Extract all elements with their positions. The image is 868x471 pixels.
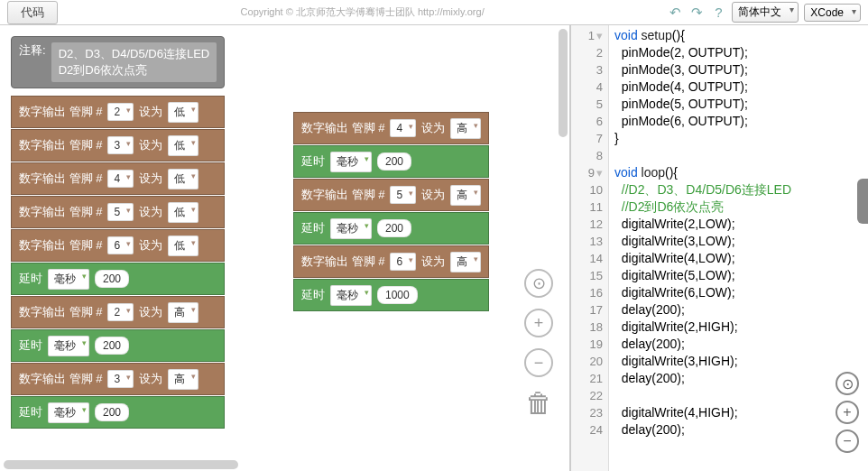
pin-dropdown[interactable]: 2 [107,103,134,121]
code-controls: ⊙ + − [836,372,859,453]
toolbar: 代码 Copyright © 北京师范大学傅骞博士团队 http://mixly… [0,0,868,25]
delay-value[interactable]: 1000 [377,286,418,304]
delay-value[interactable]: 200 [95,403,129,421]
collapse-tab[interactable] [857,179,868,224]
digital-output-block[interactable]: 数字输出 管脚 #5设为高 [293,179,489,211]
value-dropdown[interactable]: 低 [168,102,199,123]
zoom-out-icon[interactable]: − [836,429,859,453]
trash-icon[interactable]: 🗑 [525,388,552,420]
digital-output-block[interactable]: 数字输出 管脚 #6设为高 [293,245,489,278]
digital-output-block[interactable]: 数字输出 管脚 #2设为低 [11,96,225,128]
code-editor[interactable]: 1▾23456789▾10111213141516171819202122232… [571,25,868,471]
undo-icon[interactable]: ↶ [667,5,683,21]
code-text[interactable]: void setup(){ pinMode(2, OUTPUT); pinMod… [614,27,791,439]
digital-output-block[interactable]: 数字输出 管脚 #4设为低 [11,162,225,195]
copyright-text: Copyright © 北京师范大学傅骞博士团队 http://mixly.or… [65,5,660,19]
pin-dropdown[interactable]: 5 [390,186,416,204]
pin-dropdown[interactable]: 2 [107,303,134,321]
digital-output-block[interactable]: 数字输出 管脚 #2设为高 [11,296,225,328]
line-gutter: 1▾23456789▾10111213141516171819202122232… [571,25,609,471]
pin-dropdown[interactable]: 6 [107,236,134,254]
delay-value[interactable]: 200 [95,337,129,355]
pin-dropdown[interactable]: 4 [390,119,416,137]
delay-block[interactable]: 延时毫秒200 [11,263,225,295]
digital-output-block[interactable]: 数字输出 管脚 #3设为低 [11,129,225,162]
delay-block[interactable]: 延时毫秒1000 [293,279,489,311]
zoom-in-icon[interactable]: + [524,309,553,337]
value-dropdown[interactable]: 高 [168,302,199,323]
value-dropdown[interactable]: 高 [450,252,481,272]
value-dropdown[interactable]: 低 [168,169,199,189]
code-button[interactable]: 代码 [7,1,58,24]
delay-block[interactable]: 延时毫秒200 [11,396,225,429]
unit-dropdown[interactable]: 毫秒 [48,336,89,356]
value-dropdown[interactable]: 低 [168,135,199,156]
pin-dropdown[interactable]: 4 [107,170,134,188]
unit-dropdown[interactable]: 毫秒 [48,402,89,423]
redo-icon[interactable]: ↷ [688,5,705,21]
workspace-controls: ⊙ + − 🗑 [524,269,553,420]
zoom-in-icon[interactable]: + [836,401,859,424]
digital-output-block[interactable]: 数字输出 管脚 #4设为高 [293,112,489,144]
language-select[interactable]: 简体中文 [732,2,799,23]
value-dropdown[interactable]: 高 [450,185,481,206]
value-dropdown[interactable]: 高 [168,369,199,390]
delay-value[interactable]: 200 [95,270,129,288]
pin-dropdown[interactable]: 3 [107,370,134,388]
unit-dropdown[interactable]: 毫秒 [330,218,372,239]
center-icon[interactable]: ⊙ [836,372,859,395]
unit-dropdown[interactable]: 毫秒 [330,285,372,306]
delay-block[interactable]: 延时毫秒200 [11,329,225,362]
horizontal-scrollbar[interactable] [4,460,238,469]
comment-text[interactable]: D2、D3、D4/D5/D6连接LED D2到D6依次点亮 [51,42,217,82]
blockly-workspace[interactable]: 注释: D2、D3、D4/D5/D6连接LED D2到D6依次点亮 数字输出 管… [0,25,571,471]
comment-label: 注释: [19,42,46,82]
delay-value[interactable]: 200 [377,152,411,171]
comment-block[interactable]: 注释: D2、D3、D4/D5/D6连接LED D2到D6依次点亮 [11,36,225,88]
value-dropdown[interactable]: 高 [450,118,481,139]
pin-dropdown[interactable]: 3 [107,136,134,154]
unit-dropdown[interactable]: 毫秒 [48,269,89,290]
value-dropdown[interactable]: 低 [168,236,199,256]
center-icon[interactable]: ⊙ [524,269,553,298]
theme-select[interactable]: XCode [804,4,861,22]
digital-output-block[interactable]: 数字输出 管脚 #5设为低 [11,196,225,228]
unit-dropdown[interactable]: 毫秒 [330,152,372,172]
vertical-scrollbar[interactable] [559,29,568,137]
pin-dropdown[interactable]: 6 [390,253,416,271]
help-icon[interactable]: ? [710,5,726,21]
delay-value[interactable]: 200 [377,219,411,237]
delay-block[interactable]: 延时毫秒200 [293,212,489,245]
pin-dropdown[interactable]: 5 [107,203,134,221]
digital-output-block[interactable]: 数字输出 管脚 #6设为低 [11,229,225,262]
value-dropdown[interactable]: 低 [168,202,199,223]
delay-block[interactable]: 延时毫秒200 [293,145,489,178]
zoom-out-icon[interactable]: − [524,348,553,377]
digital-output-block[interactable]: 数字输出 管脚 #3设为高 [11,363,225,395]
